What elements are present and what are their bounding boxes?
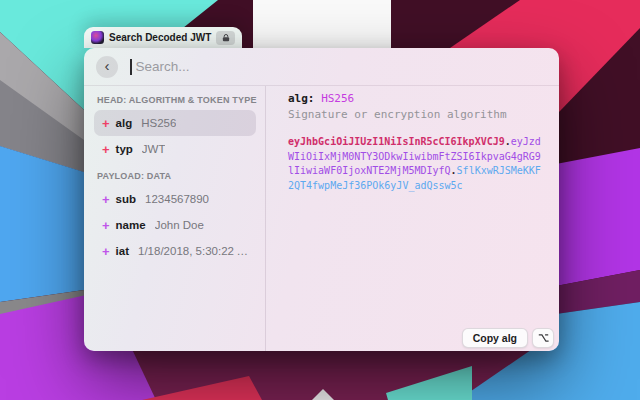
list-item-iat[interactable]: +iat1/18/2018, 5:30:22 AM [94, 238, 256, 264]
jwt-token-text: eyJhbGciOiJIUzI1NiIsInR5cCI6IkpXVCJ9.eyJ… [288, 135, 543, 193]
list-item-sub[interactable]: +sub1234567890 [94, 186, 256, 212]
extension-title: Search Decoded JWT [109, 32, 211, 43]
window-content: HEAD: ALGORITHM & TOKEN TYPE+algHS256+ty… [84, 86, 559, 351]
detail-value: HS256 [321, 92, 354, 105]
search-input[interactable] [134, 58, 548, 75]
item-value: 1/18/2018, 5:30:22 AM [138, 245, 248, 257]
extension-tab[interactable]: Search Decoded JWT [84, 27, 242, 48]
jwt-extension-icon [91, 31, 104, 44]
detail-key: alg: [288, 92, 315, 105]
shortcut-key-button[interactable] [532, 328, 554, 348]
item-key: typ [116, 143, 133, 155]
detail-panel: alg: HS256 Signature or encryption algor… [266, 86, 559, 351]
item-key: sub [116, 193, 136, 205]
action-bar: Copy alg [462, 328, 554, 348]
back-button[interactable]: ‹ [96, 56, 118, 78]
item-key: alg [116, 117, 133, 129]
detail-description: Signature or encryption algorithm [288, 108, 547, 121]
raycast-window: ‹ HEAD: ALGORITHM & TOKEN TYPE+algHS256+… [84, 48, 559, 351]
item-value: HS256 [141, 117, 176, 129]
list-item-name[interactable]: +nameJohn Doe [94, 212, 256, 238]
lock-icon [216, 31, 235, 45]
item-value: JWT [142, 143, 166, 155]
plus-icon: + [102, 143, 110, 156]
item-value: 1234567890 [145, 193, 209, 205]
plus-icon: + [102, 245, 110, 258]
text-cursor [130, 59, 132, 75]
token-header: eyJhbGciOiJIUzI1NiIsInR5cCI6IkpXVCJ9 [288, 136, 505, 147]
section-header: HEAD: ALGORITHM & TOKEN TYPE [97, 95, 253, 105]
plus-icon: + [102, 193, 110, 206]
plus-icon: + [102, 117, 110, 130]
item-value: John Doe [155, 219, 204, 231]
plus-icon: + [102, 219, 110, 232]
item-key: iat [116, 245, 129, 257]
detail-title: alg: HS256 [288, 92, 547, 105]
list-item-typ[interactable]: +typJWT [94, 136, 256, 162]
list-item-alg[interactable]: +algHS256 [94, 110, 256, 136]
result-list: HEAD: ALGORITHM & TOKEN TYPE+algHS256+ty… [84, 86, 265, 351]
section-header: PAYLOAD: DATA [97, 171, 253, 181]
item-key: name [116, 219, 146, 231]
desktop: Search Decoded JWT ‹ HEAD: ALGORITHM & T… [0, 0, 640, 400]
search-bar: ‹ [84, 48, 559, 86]
copy-alg-button[interactable]: Copy alg [462, 328, 528, 348]
option-key-icon [538, 333, 549, 343]
chevron-left-icon: ‹ [105, 58, 110, 73]
